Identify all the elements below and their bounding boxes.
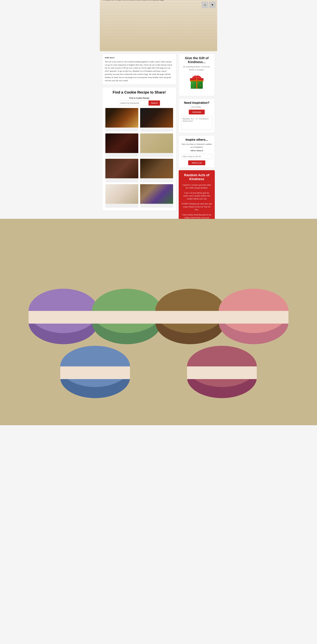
cookie-image-8 xyxy=(140,184,173,204)
cookie-grid xyxy=(105,108,173,208)
main-layout: Hello there! This site is the result of … xyxy=(100,51,217,227)
cookie-card-8[interactable] xyxy=(140,184,173,208)
recipe-section: Find a Cookie Recipe to Share! Find a Co… xyxy=(102,87,176,211)
hero-subtitle: A helpful site to inspire acts of kindne… xyxy=(103,0,217,1)
left-column: Hello there! This site is the result of … xyxy=(102,54,176,213)
